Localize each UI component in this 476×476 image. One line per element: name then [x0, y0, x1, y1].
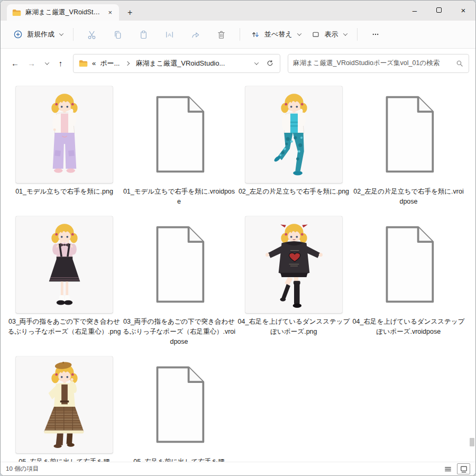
- file-name: 02_左足の片足立ちで右手を頬に.png: [239, 187, 349, 197]
- copy-icon: [112, 29, 123, 40]
- maximize-icon: [436, 7, 442, 13]
- chevron-right-icon: [125, 61, 130, 65]
- paste-icon: [138, 29, 149, 40]
- file-icon: [130, 354, 228, 455]
- command-toolbar: 新規作成 A: [1, 21, 475, 49]
- sort-icon: [250, 29, 261, 40]
- window-controls: – ×: [402, 1, 475, 20]
- svg-text:A: A: [168, 32, 171, 38]
- file-item-02-png[interactable]: 02_左足の片足立ちで右手を頬に.png: [236, 84, 351, 207]
- new-button-label: 新規作成: [27, 30, 54, 39]
- more-icon: [370, 29, 381, 40]
- thumbnail-view-button[interactable]: [457, 463, 470, 474]
- share-icon: [190, 29, 201, 40]
- address-bar[interactable]: « ポー... 麻湖まこ厳選_VRoidStudio...: [73, 54, 280, 73]
- refresh-button[interactable]: [266, 59, 274, 68]
- search-input[interactable]: 麻湖まこ厳選_VRoidStudioポーズ集vol_01の検索: [288, 54, 469, 73]
- view-button-label: 表示: [325, 30, 338, 39]
- document-icon: [146, 93, 213, 176]
- scrollbar-thumb[interactable]: [470, 438, 474, 446]
- tab-close-icon[interactable]: ×: [105, 8, 115, 16]
- character-pose-03: [27, 219, 102, 309]
- chevron-down-icon: [44, 60, 49, 65]
- share-button[interactable]: [182, 25, 208, 44]
- character-pose-01: [27, 89, 102, 179]
- toolbar-separator: [240, 28, 240, 41]
- chevron-down-icon: [343, 31, 347, 35]
- search-icon: [455, 59, 464, 68]
- file-name: 02_左足の片足立ちで右手を頬に.vroidpose: [352, 187, 465, 207]
- rename-icon: A: [164, 29, 175, 40]
- file-item-04-vroidpose[interactable]: 04_右足を上げているダンスステップぽいポーズ.vroidpose: [351, 214, 466, 347]
- file-icon: [360, 84, 457, 185]
- address-row: ← → ↑ « ポー... 麻湖まこ厳選_VRoidStudio... 麻湖まこ…: [1, 49, 475, 78]
- forward-button[interactable]: →: [23, 55, 40, 71]
- breadcrumb-overflow[interactable]: «: [92, 59, 96, 67]
- file-list-area: 01_モデル立ちで右手を頬に.png 01_モデル立ちで右手を頬に.vroidp…: [1, 78, 475, 462]
- thumbnail-view-icon: [459, 464, 469, 474]
- file-icon: [360, 214, 457, 315]
- document-icon: [146, 363, 213, 446]
- file-thumbnail: [245, 214, 343, 315]
- file-icon: [130, 84, 228, 185]
- breadcrumb-current[interactable]: 麻湖まこ厳選_VRoidStudio...: [135, 59, 225, 68]
- file-name: 04_右足を上げているダンスステップぽいポーズ.png: [237, 317, 351, 337]
- file-icon: [130, 214, 228, 315]
- address-dropdown-icon[interactable]: [254, 60, 259, 65]
- minimize-button[interactable]: –: [402, 1, 427, 20]
- items-count: 10 個の項目: [6, 465, 39, 473]
- file-item-01-png[interactable]: 01_モデル立ちで右手を頬に.png: [7, 84, 122, 207]
- file-item-05-png[interactable]: 05_左足を前に出して右手を腰: [7, 354, 122, 462]
- document-icon: [376, 93, 442, 176]
- details-view-button[interactable]: [441, 463, 454, 474]
- file-grid: 01_モデル立ちで右手を頬に.png 01_モデル立ちで右手を頬に.vroidp…: [7, 84, 475, 462]
- back-button[interactable]: ←: [7, 55, 23, 71]
- file-item-01-vroidpose[interactable]: 01_モデル立ちで右手を頬に.vroidpose: [122, 84, 236, 207]
- file-name: 04_右足を上げているダンスステップぽいポーズ.vroidpose: [352, 317, 465, 337]
- up-button[interactable]: ↑: [52, 55, 69, 71]
- view-button[interactable]: 表示: [306, 25, 352, 43]
- document-icon: [376, 223, 442, 306]
- delete-button[interactable]: [208, 25, 234, 44]
- character-pose-02: [257, 89, 332, 179]
- file-item-02-vroidpose[interactable]: 02_左足の片足立ちで右手を頬に.vroidpose: [351, 84, 466, 207]
- breadcrumb-parent[interactable]: ポー...: [100, 59, 120, 68]
- details-view-icon: [443, 464, 453, 474]
- file-item-04-png[interactable]: 04_右足を上げているダンスステップぽいポーズ.png: [236, 214, 351, 347]
- file-item-05-vroidpose[interactable]: 05_左足を前に出して右手を腰: [122, 354, 236, 462]
- file-name: 01_モデル立ちで右手を頬に.vroidpose: [123, 187, 236, 207]
- character-pose-04: [257, 219, 332, 309]
- paste-button[interactable]: [131, 25, 157, 44]
- sort-button-label: 並べ替え: [264, 30, 292, 39]
- file-name: 03_両手の指をあごの下で突き合わせるぶりっ子なポーズ（右足重心）.png: [8, 317, 121, 337]
- recent-locations-button[interactable]: [40, 55, 52, 71]
- search-query-text: 麻湖まこ厳選_VRoidStudioポーズ集vol_01の検索: [293, 59, 455, 68]
- file-item-03-png[interactable]: 03_両手の指をあごの下で突き合わせるぶりっ子なポーズ（右足重心）.png: [7, 214, 122, 347]
- folder-tab[interactable]: 麻湖まこ厳選_VRoidStudioポーズ ×: [7, 4, 119, 21]
- sort-button[interactable]: 並べ替え: [245, 25, 306, 43]
- document-icon: [146, 223, 213, 306]
- close-button[interactable]: ×: [451, 1, 475, 20]
- file-item-03-vroidpose[interactable]: 03_両手の指をあごの下で突き合わせるぶりっ子なポーズ（右足重心）.vroidp…: [122, 214, 236, 347]
- cut-button[interactable]: [79, 25, 105, 44]
- status-bar: 10 個の項目: [1, 462, 475, 475]
- folder-icon: [79, 60, 88, 67]
- file-name: 05_左足を前に出して右手を腰: [133, 457, 224, 462]
- file-thumbnail: [245, 84, 343, 185]
- trash-icon: [216, 29, 227, 40]
- new-tab-button[interactable]: +: [119, 4, 141, 21]
- plus-circle-icon: [13, 29, 23, 40]
- copy-button[interactable]: [105, 25, 131, 44]
- view-toggle-group: [441, 463, 470, 474]
- file-thumbnail: [15, 214, 113, 315]
- tab-title: 麻湖まこ厳選_VRoidStudioポーズ: [25, 8, 101, 17]
- new-button[interactable]: 新規作成: [8, 25, 68, 43]
- toolbar-separator: [357, 28, 358, 41]
- maximize-button[interactable]: [427, 1, 451, 20]
- tab-bar: 麻湖まこ厳選_VRoidStudioポーズ × + – ×: [1, 1, 475, 21]
- rename-button[interactable]: A: [157, 25, 182, 44]
- file-thumbnail: [15, 84, 113, 185]
- more-button[interactable]: [363, 25, 388, 43]
- explorer-window: 麻湖まこ厳選_VRoidStudioポーズ × + – × 新規作成: [0, 0, 476, 476]
- toolbar-separator: [73, 28, 74, 41]
